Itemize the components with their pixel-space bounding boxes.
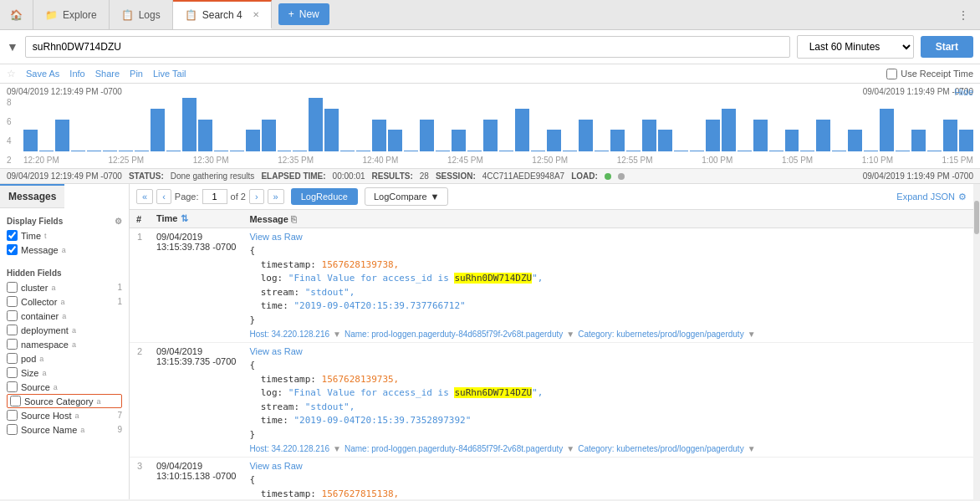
tab-logs[interactable]: 📋 Logs bbox=[110, 0, 173, 29]
live-tail-link[interactable]: Live Tail bbox=[153, 69, 186, 79]
log-reduce-button[interactable]: LogReduce bbox=[291, 188, 358, 205]
nav-last-btn[interactable]: » bbox=[268, 189, 284, 204]
start-button[interactable]: Start bbox=[921, 36, 973, 58]
message-copy-icon[interactable]: ⎘ bbox=[291, 214, 297, 224]
field-deployment-checkbox[interactable] bbox=[7, 325, 18, 335]
use-receipt-time-checkbox[interactable] bbox=[886, 69, 897, 79]
field-container[interactable]: container a bbox=[7, 309, 122, 323]
field-source-host[interactable]: Source Host a 7 bbox=[7, 408, 122, 422]
chart-bar bbox=[103, 151, 117, 151]
page-input[interactable] bbox=[202, 189, 227, 204]
field-time[interactable]: Time t bbox=[7, 228, 122, 243]
share-link[interactable]: Share bbox=[95, 69, 120, 79]
results-table: # Time ⇅ Message ⎘ 1 bbox=[130, 210, 973, 499]
messages-tab[interactable]: Messages bbox=[0, 184, 64, 208]
field-deployment[interactable]: deployment a bbox=[7, 323, 122, 337]
chart-bar bbox=[706, 120, 720, 151]
chart-bar bbox=[642, 120, 656, 151]
chevron-down-icon[interactable]: ▼ bbox=[7, 40, 18, 54]
row-2-time: 09/04/201913:15:39.735 -0700 bbox=[150, 343, 242, 458]
row-1-host[interactable]: Host: 34.220.128.216 bbox=[249, 330, 329, 339]
nav-prev-btn[interactable]: ‹ bbox=[156, 189, 171, 204]
row-3-time: 09/04/201913:10:15.138 -0700 bbox=[150, 458, 242, 500]
time-range-select[interactable]: Last 60 Minutes bbox=[797, 35, 914, 59]
nav-next-btn[interactable]: › bbox=[249, 189, 264, 204]
field-source-checkbox[interactable] bbox=[7, 381, 18, 392]
field-cluster-checkbox[interactable] bbox=[7, 282, 18, 293]
row-2-category-chevron[interactable]: ▼ bbox=[748, 444, 756, 453]
row-1-name[interactable]: Name: prod-loggen.pagerduty-84d685f79f-2… bbox=[345, 330, 563, 339]
table-row: 2 09/04/201913:15:39.735 -0700 View as R… bbox=[130, 343, 973, 458]
row-1-name-chevron[interactable]: ▼ bbox=[566, 330, 574, 339]
field-message[interactable]: Message a bbox=[7, 243, 122, 257]
chart-bar bbox=[848, 130, 862, 151]
hidden-fields-section: Hidden Fields cluster a 1 Collector a 1 … bbox=[0, 260, 129, 440]
field-size-checkbox[interactable] bbox=[7, 367, 18, 378]
field-pod-checkbox[interactable] bbox=[7, 353, 18, 364]
tab-home[interactable]: 🏠 bbox=[0, 0, 33, 29]
row-1-view-raw[interactable]: View as Raw bbox=[249, 232, 967, 242]
more-options-icon[interactable]: ⋮ bbox=[955, 6, 972, 24]
field-time-checkbox[interactable] bbox=[7, 230, 18, 241]
page-nav: « ‹ Page: of 2 › » bbox=[136, 189, 284, 204]
chart-bar bbox=[135, 151, 149, 151]
display-fields-config-icon[interactable]: ⚙ bbox=[115, 217, 122, 226]
field-container-checkbox[interactable] bbox=[7, 310, 18, 321]
chart-bar bbox=[404, 151, 418, 151]
chart-bar bbox=[467, 151, 482, 151]
left-panel: Messages Display Fields ⚙ Time t Message… bbox=[0, 184, 130, 499]
save-as-link[interactable]: Save As bbox=[26, 69, 59, 79]
chart-container: 8 6 4 2 12:20 PM12:25 PM12:30 PM12:35 PM… bbox=[7, 98, 973, 165]
field-source-name-checkbox[interactable] bbox=[7, 424, 18, 435]
row-2-host[interactable]: Host: 34.220.128.216 bbox=[249, 444, 329, 453]
field-collector[interactable]: Collector a 1 bbox=[7, 294, 122, 309]
log-compare-button[interactable]: LogCompare ▼ bbox=[365, 187, 448, 206]
pin-link[interactable]: Pin bbox=[130, 69, 143, 79]
field-namespace[interactable]: namespace a bbox=[7, 337, 122, 351]
row-2-name[interactable]: Name: prod-loggen.pagerduty-84d685f79f-2… bbox=[345, 444, 563, 453]
tab-logs-label: Logs bbox=[139, 9, 161, 21]
row-3-view-raw[interactable]: View as Raw bbox=[249, 461, 967, 471]
tab-close-icon[interactable]: ✕ bbox=[253, 10, 259, 19]
expand-json-gear-icon: ⚙ bbox=[958, 192, 967, 202]
field-source-category-checkbox[interactable] bbox=[10, 396, 21, 406]
row-1-category-chevron[interactable]: ▼ bbox=[748, 330, 756, 339]
field-size[interactable]: Size a bbox=[7, 366, 122, 380]
right-scrollbar[interactable] bbox=[973, 184, 980, 499]
results-value: 28 bbox=[420, 171, 429, 181]
field-cluster[interactable]: cluster a 1 bbox=[7, 280, 122, 294]
y-label-6: 6 bbox=[7, 117, 22, 126]
chart-hide-link[interactable]: Hide bbox=[954, 87, 973, 97]
row-1-category[interactable]: Category: kubernetes/prod/loggen/pagerdu… bbox=[578, 330, 743, 339]
field-source-category[interactable]: Source Category a bbox=[7, 394, 122, 408]
info-link[interactable]: Info bbox=[69, 69, 84, 79]
nav-first-btn[interactable]: « bbox=[136, 189, 153, 204]
scrollbar-thumb[interactable] bbox=[974, 201, 979, 234]
search-input[interactable]: suRhn0DW714DZU bbox=[25, 36, 790, 58]
row-1-host-chevron[interactable]: ▼ bbox=[333, 330, 341, 339]
field-collector-checkbox[interactable] bbox=[7, 296, 18, 307]
row-2-host-chevron[interactable]: ▼ bbox=[333, 444, 341, 453]
tab-explore[interactable]: 📁 Explore bbox=[33, 0, 110, 29]
field-namespace-checkbox[interactable] bbox=[7, 339, 18, 350]
field-source-name[interactable]: Source Name a 9 bbox=[7, 422, 122, 437]
right-panel: « ‹ Page: of 2 › » LogReduce LogCompare … bbox=[130, 184, 973, 499]
x-label: 12:55 PM bbox=[617, 156, 653, 165]
tab-new[interactable]: + New bbox=[278, 3, 329, 25]
row-2-view-raw[interactable]: View as Raw bbox=[249, 346, 967, 356]
x-label: 12:50 PM bbox=[532, 156, 568, 165]
row-2-name-chevron[interactable]: ▼ bbox=[566, 444, 574, 453]
time-sort-icon[interactable]: ⇅ bbox=[181, 213, 188, 223]
expand-json-container[interactable]: Expand JSON ⚙ bbox=[896, 192, 967, 202]
field-pod[interactable]: pod a bbox=[7, 351, 122, 366]
star-icon[interactable]: ☆ bbox=[7, 68, 16, 79]
field-message-checkbox[interactable] bbox=[7, 244, 18, 255]
row-2-category[interactable]: Category: kubernetes/prod/loggen/pagerdu… bbox=[578, 444, 743, 453]
chart-bar bbox=[515, 109, 529, 151]
table-row: 3 09/04/201913:10:15.138 -0700 View as R… bbox=[130, 458, 973, 500]
chart-bar bbox=[785, 130, 799, 151]
tab-search4[interactable]: 📋 Search 4 ✕ bbox=[173, 0, 272, 29]
field-source[interactable]: Source a bbox=[7, 380, 122, 394]
chart-bar bbox=[214, 151, 228, 151]
field-source-host-checkbox[interactable] bbox=[7, 410, 18, 421]
